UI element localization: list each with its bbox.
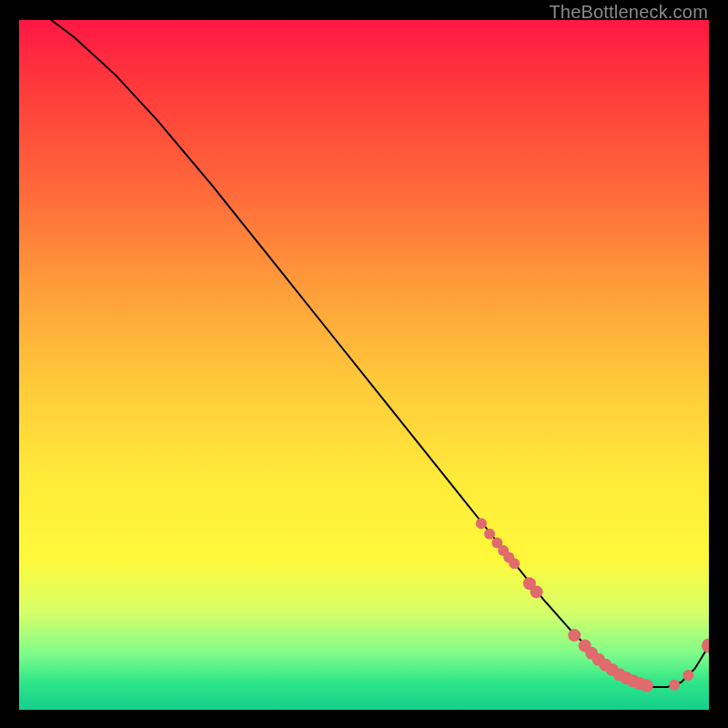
highlight-dot xyxy=(641,680,653,693)
chart-svg xyxy=(19,20,709,710)
highlight-dot xyxy=(531,585,543,598)
bottleneck-curve xyxy=(19,20,709,687)
highlight-dot xyxy=(476,518,487,529)
plot-area xyxy=(19,20,709,710)
highlight-dot xyxy=(669,680,680,691)
highlight-dot xyxy=(509,558,520,569)
highlight-dot xyxy=(702,639,709,653)
highlight-dot xyxy=(568,629,581,642)
highlight-dot xyxy=(682,670,693,681)
chart-stage: TheBottleneck.com xyxy=(0,0,728,728)
highlight-dot xyxy=(484,529,495,540)
highlight-dots xyxy=(476,518,709,692)
